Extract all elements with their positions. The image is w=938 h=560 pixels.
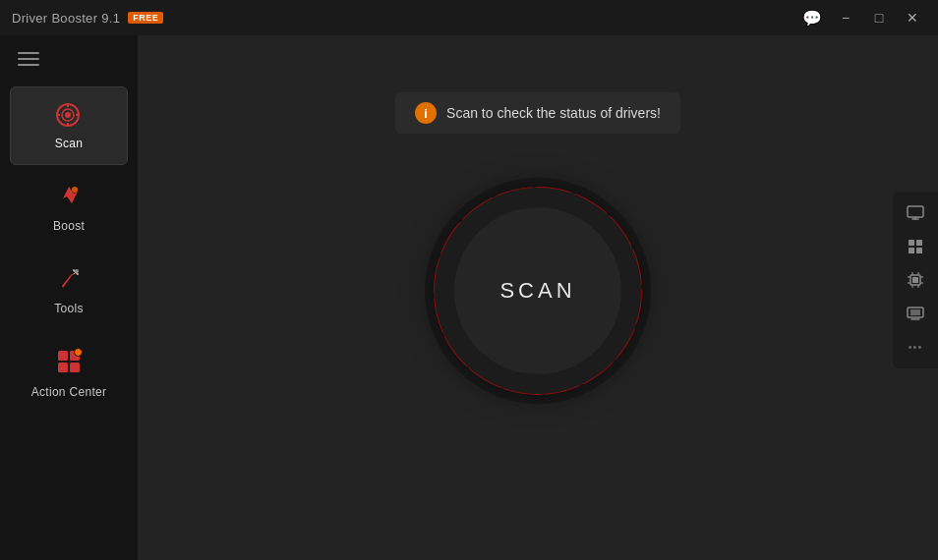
hamburger-line-1 [18,52,39,54]
scan-button-label: SCAN [499,278,575,304]
action-center-badge [74,348,83,357]
main-layout: Scan Boost [0,35,938,560]
right-panel: ••• [893,192,938,368]
svg-rect-23 [916,240,922,246]
title-controls: 💬 − □ ✕ [798,4,926,31]
svg-rect-11 [58,351,68,361]
svg-point-2 [65,112,71,118]
app-title: Driver Booster 9.1 [12,11,120,26]
info-banner: i Scan to check the status of drivers! [395,92,680,134]
content-area: i Scan to check the status of drivers! [138,35,938,560]
hamburger-line-3 [18,64,39,66]
action-center-icon-wrap [55,348,83,379]
right-panel-display-icon[interactable] [898,298,933,329]
svg-rect-24 [909,248,914,253]
sidebar-item-scan[interactable]: Scan [10,86,128,165]
boost-nav-label: Boost [53,219,85,233]
svg-rect-25 [916,248,922,253]
info-icon: i [415,102,437,124]
info-banner-text: Scan to check the status of drivers! [446,105,661,121]
right-panel-chip-icon[interactable] [898,264,933,296]
sidebar: Scan Boost [0,35,138,560]
sidebar-item-boost[interactable]: Boost [10,169,128,248]
boost-icon [56,184,82,213]
svg-rect-38 [910,309,920,315]
minimize-button[interactable]: − [832,4,859,31]
sidebar-item-action-center[interactable]: Action Center [10,334,128,413]
scan-nav-label: Scan [55,137,84,150]
svg-point-7 [72,187,78,193]
hamburger-line-2 [18,58,39,60]
maximize-button[interactable]: □ [865,4,893,31]
sidebar-item-tools[interactable]: Tools [10,252,128,330]
scan-button-area[interactable]: SCAN [420,173,656,409]
scan-nav-icon [54,101,84,131]
title-bar-left: Driver Booster 9.1 FREE [12,11,163,26]
action-center-nav-label: Action Center [31,385,107,399]
tools-icon [56,266,82,296]
close-button[interactable]: ✕ [899,4,926,31]
svg-rect-14 [70,363,80,372]
svg-rect-19 [908,206,923,217]
right-panel-monitor-icon[interactable] [898,197,933,229]
svg-rect-27 [912,277,918,283]
svg-point-10 [75,269,79,273]
hamburger-menu[interactable] [18,45,53,73]
title-bar: Driver Booster 9.1 FREE 💬 − □ ✕ [0,0,938,35]
svg-rect-13 [58,363,68,372]
right-panel-more-icon[interactable]: ••• [898,331,933,363]
chat-button[interactable]: 💬 [798,4,826,31]
scan-inner-circle: SCAN [454,207,621,374]
more-dots: ••• [909,341,923,353]
tools-nav-label: Tools [54,302,84,315]
svg-rect-22 [909,240,914,246]
free-badge: FREE [128,12,163,24]
right-panel-windows-icon[interactable] [898,231,933,262]
